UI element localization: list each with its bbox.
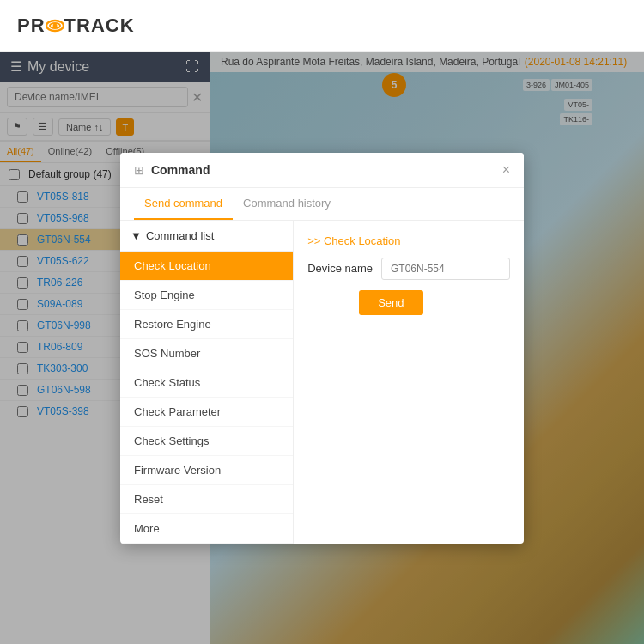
svg-point-2: [52, 23, 57, 27]
modal-tabs: Send command Command history: [120, 188, 524, 221]
command-list-item[interactable]: Stop Engine: [120, 281, 293, 310]
modal-title: Command: [151, 163, 210, 177]
command-list-panel: ▼ Command list Check LocationStop Engine…: [120, 221, 294, 544]
tab-command-history[interactable]: Command history: [233, 188, 341, 220]
command-list-item[interactable]: Check Status: [120, 368, 293, 398]
device-name-input[interactable]: [381, 258, 510, 280]
send-button[interactable]: Send: [359, 290, 422, 315]
command-list-item[interactable]: Check Settings: [120, 427, 293, 456]
selected-command-label: >> Check Location: [307, 234, 510, 247]
tab-send-command[interactable]: Send command: [134, 188, 233, 220]
app-header: PR TRACK: [0, 0, 644, 52]
logo: PR TRACK: [17, 15, 135, 37]
modal-body: ▼ Command list Check LocationStop Engine…: [120, 221, 524, 544]
command-right-panel: >> Check Location Device name Send: [294, 221, 524, 544]
device-name-label: Device name: [307, 262, 373, 275]
terminal-icon: ⊞: [134, 163, 144, 177]
logo-text: PR: [17, 15, 46, 37]
command-list-item[interactable]: Reset: [120, 485, 293, 514]
command-list-item[interactable]: Restore Engine: [120, 310, 293, 339]
command-list-item[interactable]: Check Location: [120, 252, 293, 281]
command-items-list: Check LocationStop EngineRestore EngineS…: [120, 252, 293, 544]
chevron-down-icon: ▼: [131, 229, 142, 242]
command-list-header: ▼ Command list: [120, 221, 293, 252]
command-modal: ⊞ Command × Send command Command history…: [120, 153, 524, 544]
command-list-item[interactable]: Check Parameter: [120, 398, 293, 427]
command-list-item[interactable]: SOS Number: [120, 339, 293, 368]
device-name-row: Device name: [307, 258, 510, 280]
close-icon[interactable]: ×: [502, 163, 510, 177]
modal-header-left: ⊞ Command: [134, 163, 210, 177]
modal-backdrop: ⊞ Command × Send command Command history…: [0, 52, 644, 644]
logo-text-2: TRACK: [64, 15, 135, 37]
command-list-item[interactable]: Firmware Version: [120, 456, 293, 485]
logo-icon: [46, 16, 64, 35]
main-layout: ☰ My device ⛶ ✕ ⚑ ☰ Name ↑↓ T All(47) On…: [0, 52, 644, 644]
command-list-item[interactable]: More: [120, 514, 293, 544]
command-list-label: Command list: [146, 229, 214, 242]
modal-header: ⊞ Command ×: [120, 153, 524, 188]
